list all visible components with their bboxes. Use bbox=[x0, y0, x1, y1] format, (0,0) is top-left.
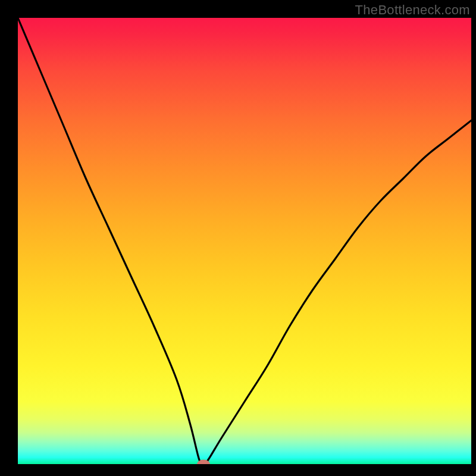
bottleneck-curve bbox=[18, 18, 471, 464]
plot-area bbox=[18, 18, 471, 464]
chart-frame: TheBottleneck.com bbox=[0, 0, 476, 476]
watermark-text: TheBottleneck.com bbox=[355, 2, 470, 18]
